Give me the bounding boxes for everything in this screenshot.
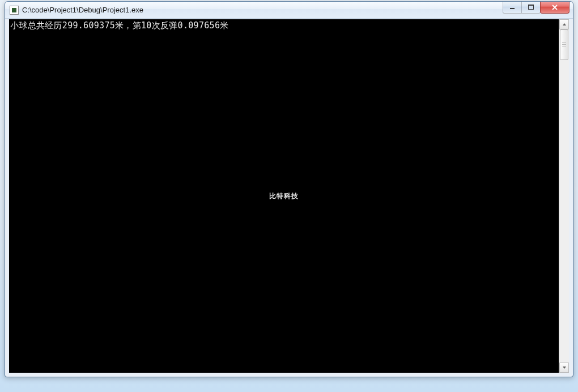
window-title: C:\code\Project1\Debug\Project1.exe [22, 6, 143, 14]
svg-rect-2 [528, 5, 534, 6]
scrollbar-thumb[interactable] [560, 29, 568, 60]
minimize-icon [509, 5, 515, 10]
app-icon [10, 6, 19, 15]
output-line: 小球总共经历299.609375米，第10次反弹0.097656米 [10, 20, 559, 31]
watermark-text: 比特科技 [269, 191, 299, 201]
svg-rect-0 [510, 8, 515, 9]
maximize-button[interactable] [521, 1, 541, 14]
chevron-down-icon [562, 366, 567, 369]
scroll-down-button[interactable] [559, 363, 569, 373]
chevron-up-icon [562, 23, 567, 26]
vertical-scrollbar[interactable] [559, 19, 569, 373]
scrollbar-track[interactable] [559, 29, 569, 363]
console-window: C:\code\Project1\Debug\Project1.exe [5, 1, 573, 377]
close-icon [551, 5, 558, 10]
close-button[interactable] [540, 1, 570, 14]
window-controls [503, 1, 573, 14]
minimize-button[interactable] [503, 1, 522, 14]
console-output[interactable]: 小球总共经历299.609375米，第10次反弹0.097656米 比特科技 [9, 19, 559, 373]
scroll-up-button[interactable] [559, 19, 569, 29]
titlebar[interactable]: C:\code\Project1\Debug\Project1.exe [5, 2, 573, 19]
client-area: 小球总共经历299.609375米，第10次反弹0.097656米 比特科技 [9, 19, 569, 373]
maximize-icon [528, 5, 534, 10]
